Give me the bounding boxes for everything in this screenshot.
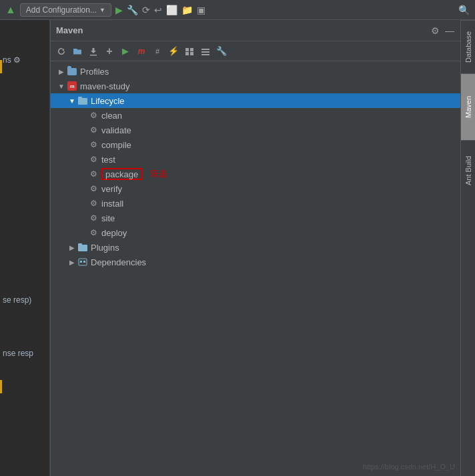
tree-item-dependencies[interactable]: ▶ Dependencies	[51, 255, 460, 269]
dependencies-label: Dependencies	[91, 257, 146, 267]
maven-study-icon: m	[67, 81, 77, 91]
tree-item-profiles[interactable]: ▶ Profiles	[51, 64, 460, 79]
compile-gear-icon: ⚙	[88, 139, 99, 150]
tree-item-install[interactable]: ▶ ⚙ install	[51, 196, 460, 211]
green-arrow-icon: ▲	[5, 4, 16, 16]
reload-icon[interactable]: ⟳	[142, 5, 150, 15]
columns-icon[interactable]	[199, 45, 212, 58]
validate-label: validate	[101, 125, 131, 135]
back-icon[interactable]: ↩	[154, 5, 162, 15]
refresh-toolbar-icon[interactable]	[55, 45, 68, 58]
package-gear-icon: ⚙	[88, 169, 99, 179]
terminal-icon[interactable]: ▣	[197, 5, 205, 15]
add-configuration-button[interactable]: Add Configuration... ▼	[20, 3, 111, 17]
tab-database[interactable]: Database	[461, 20, 475, 73]
tree-item-site[interactable]: ▶ ⚙ site	[51, 211, 460, 225]
skip-tests-icon[interactable]: #	[151, 45, 164, 58]
tree-item-maven-study[interactable]: ▼ m maven-study	[51, 79, 460, 93]
maven-m-icon[interactable]: m	[135, 45, 148, 58]
code-line-2: se resp)	[0, 293, 49, 307]
watermark: https://blog.csdn.net/H_O_U	[363, 463, 455, 471]
code-indicator-bar	[0, 60, 2, 73]
run-toolbar-icon[interactable]: ▶	[119, 45, 132, 58]
settings-gear-icon[interactable]: ⚙	[430, 25, 440, 36]
add-toolbar-icon[interactable]: +	[103, 45, 116, 58]
svg-rect-10	[78, 243, 82, 246]
svg-rect-4	[201, 49, 209, 50]
plugins-folder-icon	[77, 242, 88, 253]
svg-rect-12	[80, 261, 82, 263]
lightning-toolbar-icon[interactable]: ⚡	[167, 45, 180, 58]
svg-rect-13	[83, 261, 85, 263]
plugins-label: Plugins	[91, 243, 119, 253]
tree-item-validate[interactable]: ▶ ⚙ validate	[51, 123, 460, 137]
svg-rect-8	[78, 97, 82, 99]
expand-profiles-arrow[interactable]: ▶	[56, 64, 67, 79]
expand-lifecycle-arrow[interactable]: ▼	[67, 93, 77, 108]
svg-rect-3	[190, 52, 193, 55]
code-line: ns ⚙	[0, 53, 49, 67]
maven-tab-label: Maven	[464, 96, 472, 118]
maven-study-label: maven-study	[80, 81, 129, 91]
code-text-2: se resp)	[0, 293, 49, 307]
svg-rect-1	[190, 48, 193, 51]
expand-maven-study-arrow[interactable]: ▼	[56, 79, 67, 93]
tree-item-package[interactable]: ▶ ⚙ package 双击	[51, 167, 460, 181]
compile-label: compile	[101, 140, 131, 150]
tree-item-deploy[interactable]: ▶ ⚙ deploy	[51, 225, 460, 240]
install-label: install	[101, 199, 123, 209]
tree-item-compile[interactable]: ▶ ⚙ compile	[51, 137, 460, 152]
download-toolbar-icon[interactable]	[87, 45, 100, 58]
wrench-toolbar-icon[interactable]: 🔧	[215, 45, 228, 58]
expand-plugins-arrow[interactable]: ▶	[67, 240, 77, 255]
svg-rect-6	[201, 54, 209, 55]
profiles-folder-icon	[67, 66, 77, 77]
folder-open-toolbar-icon[interactable]	[71, 45, 84, 58]
clean-label: clean	[101, 111, 122, 121]
code-indicator-bar2	[0, 380, 2, 393]
add-config-label: Add Configuration...	[26, 5, 97, 15]
lifecycle-folder-icon	[77, 95, 88, 106]
verify-gear-icon: ⚙	[88, 183, 99, 194]
right-sidebar: Database Maven Ant Build	[460, 20, 475, 476]
database-tab-label: Database	[464, 31, 472, 63]
package-highlight-box: package	[101, 168, 142, 180]
play-icon[interactable]: ▶	[115, 5, 123, 15]
tab-maven[interactable]: Maven	[461, 73, 475, 140]
verify-label: verify	[101, 184, 122, 194]
test-gear-icon: ⚙	[88, 154, 99, 165]
maven-header-icons: ⚙ —	[430, 25, 455, 36]
ant-build-tab-label: Ant Build	[464, 155, 472, 185]
tab-ant-build[interactable]: Ant Build	[461, 140, 475, 200]
package-label: package	[105, 169, 138, 179]
profiles-label: Profiles	[80, 67, 109, 77]
stop-icon[interactable]: ⬜	[166, 5, 177, 15]
expand-dependencies-arrow[interactable]: ▶	[67, 255, 77, 269]
lifecycle-label: Lifecycle	[91, 96, 125, 106]
tree-item-test[interactable]: ▶ ⚙ test	[51, 152, 460, 167]
minimize-icon[interactable]: —	[444, 25, 455, 36]
toggle-toolbar-icon[interactable]	[183, 45, 196, 58]
site-label: site	[101, 213, 115, 223]
search-icon[interactable]: 🔍	[458, 5, 470, 15]
dropdown-arrow-icon: ▼	[99, 7, 105, 13]
svg-rect-2	[185, 52, 189, 55]
code-text-3: nse resp	[0, 347, 49, 360]
dependencies-folder-icon	[77, 257, 88, 267]
svg-rect-5	[201, 51, 209, 53]
deploy-gear-icon: ⚙	[88, 227, 99, 238]
code-text-1: ns ⚙	[0, 53, 49, 67]
wrench-icon[interactable]: 🔧	[127, 5, 138, 15]
tree-item-lifecycle[interactable]: ▼ Lifecycle	[51, 93, 460, 108]
code-line-3: nse resp	[0, 347, 49, 360]
tree-item-plugins[interactable]: ▶ Plugins	[51, 240, 460, 255]
validate-gear-icon: ⚙	[88, 125, 99, 135]
test-label: test	[101, 155, 115, 165]
folder-browse-icon[interactable]: 📁	[181, 5, 193, 15]
site-gear-icon: ⚙	[88, 213, 99, 223]
tree-item-clean[interactable]: ▶ ⚙ clean	[51, 108, 460, 123]
deploy-label: deploy	[101, 228, 127, 238]
tree-item-verify[interactable]: ▶ ⚙ verify	[51, 181, 460, 196]
clean-gear-icon: ⚙	[88, 110, 99, 121]
svg-rect-11	[79, 259, 87, 265]
